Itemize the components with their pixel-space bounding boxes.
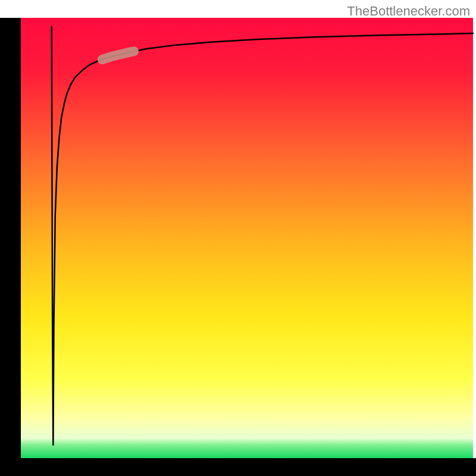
watermark-text: TheBottlenecker.com <box>347 4 470 19</box>
plot-background <box>21 18 473 458</box>
chart-container: TheBottlenecker.com <box>0 0 476 476</box>
x-axis-band <box>0 458 476 476</box>
y-axis-band <box>0 18 21 476</box>
chart-svg <box>0 0 476 476</box>
